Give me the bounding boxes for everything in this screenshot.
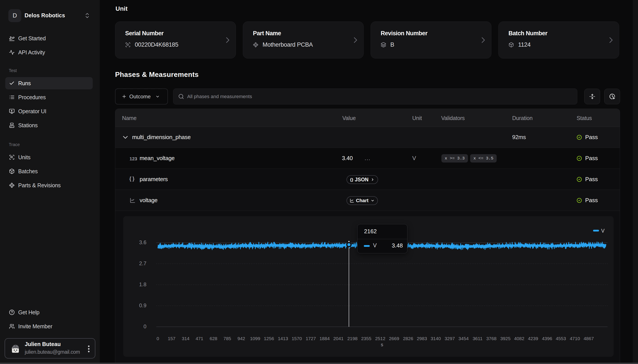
svg-text:2041: 2041 <box>333 336 344 341</box>
svg-text:4710: 4710 <box>570 336 580 341</box>
svg-text:2826: 2826 <box>403 336 413 341</box>
svg-text:2.7: 2.7 <box>139 260 146 266</box>
svg-text:1884: 1884 <box>320 336 330 341</box>
svg-text:3925: 3925 <box>500 336 511 341</box>
svg-text:3.6: 3.6 <box>139 240 146 245</box>
svg-text:0: 0 <box>144 324 146 330</box>
svg-text:4867: 4867 <box>584 336 594 341</box>
svg-text:1.8: 1.8 <box>139 282 146 287</box>
svg-text:2355: 2355 <box>361 336 371 341</box>
svg-text:4553: 4553 <box>556 336 566 341</box>
svg-text:1413: 1413 <box>278 336 288 341</box>
svg-text:3611: 3611 <box>472 336 482 341</box>
svg-text:2198: 2198 <box>347 336 358 341</box>
svg-text:628: 628 <box>210 336 217 341</box>
svg-text:1727: 1727 <box>306 336 316 341</box>
svg-text:314: 314 <box>182 336 189 341</box>
svg-text:157: 157 <box>168 336 175 341</box>
svg-text:3454: 3454 <box>458 336 469 341</box>
svg-text:V: V <box>601 228 605 234</box>
svg-text:0: 0 <box>157 336 159 341</box>
svg-text:942: 942 <box>237 336 245 341</box>
svg-text:4396: 4396 <box>542 336 552 341</box>
svg-text:4082: 4082 <box>514 336 524 341</box>
svg-text:1570: 1570 <box>292 336 302 341</box>
svg-text:1256: 1256 <box>264 336 274 341</box>
svg-text:3297: 3297 <box>445 336 455 341</box>
svg-text:0.9: 0.9 <box>139 302 146 308</box>
svg-text:s: s <box>381 342 383 347</box>
svg-text:2983: 2983 <box>417 336 427 341</box>
svg-text:2669: 2669 <box>389 336 399 341</box>
svg-text:3140: 3140 <box>431 336 441 341</box>
svg-text:471: 471 <box>196 336 203 341</box>
svg-text:785: 785 <box>223 336 231 341</box>
svg-text:3768: 3768 <box>486 336 497 341</box>
svg-text:4239: 4239 <box>528 336 538 341</box>
svg-text:2512: 2512 <box>375 336 385 341</box>
svg-text:1099: 1099 <box>250 336 260 341</box>
